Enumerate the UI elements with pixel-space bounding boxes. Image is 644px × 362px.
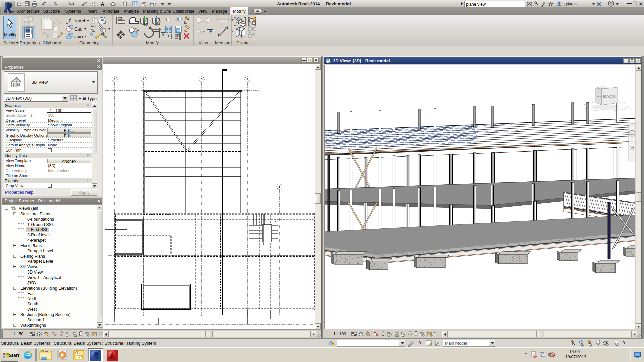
svg-text:Paste: Paste [43, 31, 54, 36]
svg-text:RIGHT: RIGHT [596, 95, 601, 98]
svg-text:w: w [94, 25, 96, 28]
svg-text:1: 1 [93, 3, 95, 6]
svg-text:2: 2 [143, 78, 144, 81]
svg-text:4: 4 [246, 78, 248, 81]
svg-text:1: 1 [114, 78, 115, 81]
svg-text:BACK: BACK [603, 94, 616, 99]
svg-text:A: A [101, 1, 104, 7]
svg-text:Notch: Notch [74, 18, 86, 23]
svg-text:Join: Join [74, 34, 83, 39]
svg-text:RVT: RVT [326, 61, 330, 63]
svg-text:Cut: Cut [74, 26, 82, 32]
svg-text:3: 3 [201, 78, 202, 81]
svg-text:5: 5 [278, 185, 280, 188]
svg-text:?: ? [610, 2, 612, 6]
svg-text:rybims: rybims [564, 1, 577, 6]
